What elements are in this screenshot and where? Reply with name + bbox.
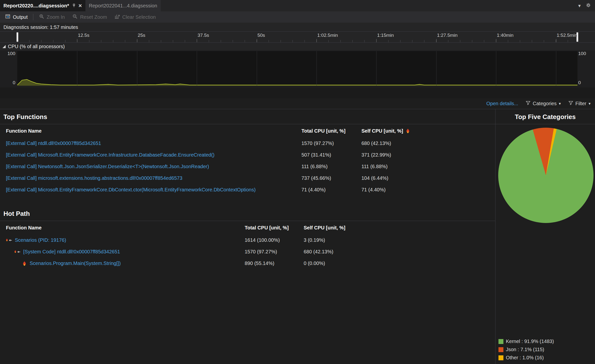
ruler-major-tick [376, 39, 377, 42]
hot-path-flame-arrow-icon [13, 249, 21, 254]
chart-gridline [317, 51, 317, 86]
ruler-ticks: 12.5s25s37.5s50s1:02.5min1:15min1:27.5mi… [17, 32, 577, 42]
table-row: [External Call] Newtonsoft.Json.JsonSeri… [0, 161, 495, 172]
ruler-tick-label: 25s [138, 33, 145, 38]
tab-report-active[interactable]: Report20220....diagsession* × [0, 0, 85, 11]
cpu-series-line [17, 80, 577, 85]
total-cpu-value: 507 (31.41%) [301, 152, 361, 158]
function-link[interactable]: [External Call] microsoft.extensions.hos… [6, 175, 182, 181]
output-button[interactable]: Output [3, 13, 30, 22]
self-cpu-value: 371 (22.99%) [361, 152, 495, 158]
top-functions-title: Top Functions [0, 109, 495, 124]
filter-funnel-icon [526, 101, 531, 107]
total-cpu-value: 1570 (97.27%) [245, 249, 304, 255]
column-header-total-cpu[interactable]: Total CPU [unit, %] [301, 128, 361, 134]
ruler-major-tick [137, 39, 137, 42]
function-link[interactable]: [External Call] Newtonsoft.Json.JsonSeri… [6, 164, 209, 169]
hot-path-header-row: Function Name Total CPU [unit, %] Self C… [0, 221, 495, 234]
cpu-area-chart [17, 51, 577, 86]
ruler-major-tick [556, 39, 556, 42]
hot-path-function-link[interactable]: Scenarios.Program.Main(System.String[]) [30, 261, 121, 266]
ruler-major-tick [436, 39, 436, 42]
reset-zoom-button[interactable]: Reset Zoom [70, 13, 109, 22]
self-cpu-value: 0 (0.00%) [304, 261, 495, 266]
filter-funnel-icon [568, 101, 573, 107]
column-header-function-name[interactable]: Function Name [0, 128, 301, 134]
chevron-down-icon[interactable]: ▾ [578, 3, 581, 9]
column-header-self-cpu[interactable]: Self CPU [unit, %] [361, 128, 495, 134]
function-link[interactable]: [External Call] Microsoft.EntityFramewor… [6, 152, 215, 158]
ruler-major-tick [496, 39, 496, 42]
collapse-expander-icon[interactable] [2, 45, 6, 48]
table-row: [External Call] ntdll.dll!0x00007ff85d34… [0, 138, 495, 149]
self-cpu-value: 680 (42.13%) [361, 141, 495, 146]
column-header-total-cpu[interactable]: Total CPU [unit, %] [245, 225, 304, 231]
legend-item: Json : 7.1% (115) [498, 347, 595, 352]
table-row: [External Call] microsoft.extensions.hos… [0, 172, 495, 184]
details-filter-bar: Open details... Categories ▾ Filter ▾ [0, 98, 595, 109]
cpu-section-header[interactable]: CPU (% of all processors) [0, 43, 595, 50]
table-row: [External Call] Microsoft.EntityFramewor… [0, 149, 495, 161]
ruler-tick-label: 1:52.5min [557, 33, 577, 38]
ruler-major-tick [317, 39, 317, 42]
cpu-plot[interactable] [17, 51, 577, 86]
ruler-tick-label: 1:27.5min [437, 33, 457, 38]
ruler-tick-label: 1:02.5min [317, 33, 338, 38]
legend-swatch [498, 347, 503, 352]
function-link[interactable]: [External Call] ntdll.dll!0x00007ff85d34… [6, 141, 101, 146]
categories-panel: Top Five Categories Kernel : 91.9% (1483… [495, 109, 595, 364]
pin-icon[interactable] [72, 3, 76, 8]
clear-selection-icon [114, 14, 120, 21]
self-cpu-value: 3 (0.19%) [304, 237, 495, 243]
ruler-tick-label: 50s [258, 33, 265, 38]
tab-label: Report2022041...4.diagsession [89, 3, 157, 9]
column-header-function-name[interactable]: Function Name [0, 225, 245, 231]
chart-gridline [257, 51, 257, 86]
table-row: [System Code] ntdll.dll!0x00007ff85d3426… [0, 246, 495, 258]
legend-swatch [498, 339, 503, 344]
total-cpu-value: 737 (45.66%) [301, 175, 361, 181]
clear-selection-button[interactable]: Clear Selection [112, 13, 158, 22]
gear-icon[interactable] [586, 2, 591, 9]
total-cpu-value: 111 (6.88%) [301, 164, 361, 169]
ruler-major-tick [77, 39, 77, 42]
legend-item: Kernel : 91.9% (1483) [498, 339, 595, 344]
ruler-tick-label: 1:15min [377, 33, 394, 38]
table-row: Scenarios (PID: 19176) 1614 (100.00%) 3 … [0, 234, 495, 246]
cpu-usage-report-window: Report20220....diagsession* × Report2022… [0, 0, 595, 364]
y-axis-max-right: 100 [578, 51, 594, 56]
flame-icon [22, 261, 27, 266]
ruler-major-tick [197, 39, 197, 42]
tab-bar-controls: ▾ [578, 0, 595, 11]
chart-gridline [77, 51, 77, 86]
categories-pie-chart [498, 128, 594, 223]
close-icon[interactable]: × [79, 3, 82, 9]
chart-gridline [496, 51, 496, 86]
chevron-down-icon: ▾ [589, 101, 591, 106]
tab-label: Report20220....diagsession* [3, 3, 69, 9]
chart-gridline [556, 51, 556, 86]
ruler-tick-label: 37.5s [198, 33, 209, 38]
selection-handle-left[interactable] [17, 32, 18, 42]
timeline-ruler[interactable]: 12.5s25s37.5s50s1:02.5min1:15min1:27.5mi… [0, 31, 595, 43]
hot-path-section: Hot Path Function Name Total CPU [unit, … [0, 206, 495, 269]
hot-path-function-link[interactable]: [System Code] ntdll.dll!0x00007ff85d3426… [23, 249, 120, 255]
tab-report-inactive[interactable]: Report2022041...4.diagsession [85, 0, 161, 11]
top-functions-header-row: Function Name Total CPU [unit, %] Self C… [0, 124, 495, 138]
self-cpu-value: 111 (6.88%) [361, 164, 495, 169]
zoom-in-button[interactable]: Zoom In [37, 13, 67, 22]
column-header-self-cpu[interactable]: Self CPU [unit, %] [304, 225, 495, 231]
categories-dropdown[interactable]: Categories ▾ [526, 101, 561, 107]
function-link[interactable]: [External Call] Microsoft.EntityFramewor… [6, 187, 256, 193]
legend-label: Kernel : 91.9% (1483) [506, 339, 554, 344]
ruler-major-tick [257, 39, 257, 42]
y-axis-min-right: 0 [578, 80, 594, 85]
self-cpu-value: 104 (6.44%) [361, 175, 495, 181]
chevron-down-icon: ▾ [559, 101, 561, 106]
hot-path-function-link[interactable]: Scenarios (PID: 19176) [15, 237, 66, 243]
legend-label: Json : 7.1% (115) [506, 347, 544, 352]
filter-dropdown[interactable]: Filter ▾ [568, 101, 591, 107]
open-details-link[interactable]: Open details... [486, 101, 518, 106]
total-cpu-value: 1614 (100.00%) [245, 237, 304, 243]
legend-label: Other : 1.0% (16) [506, 355, 544, 361]
